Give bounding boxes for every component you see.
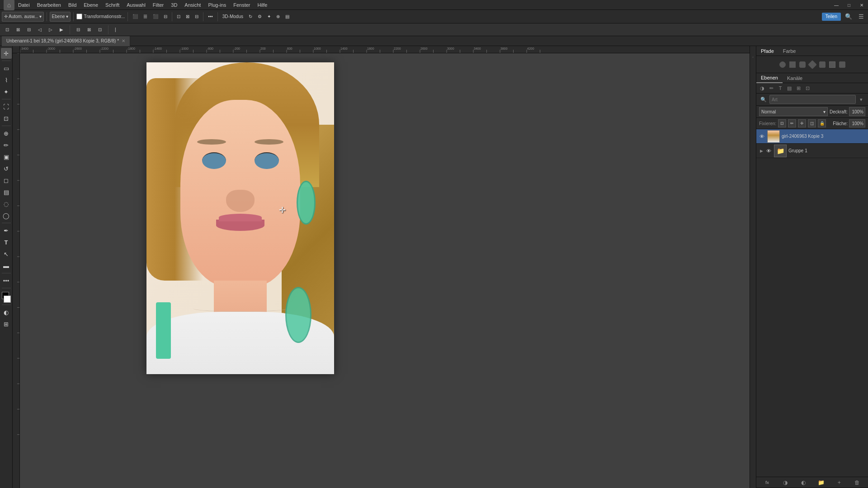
- collapse-button[interactable]: ‹: [750, 48, 756, 66]
- tab-farbe[interactable]: Farbe: [778, 46, 801, 56]
- blur-tool[interactable]: ◌: [1, 198, 12, 209]
- tool-selector[interactable]: ✛ Autom. ausw... ▾: [2, 12, 44, 22]
- add-group-bottom-btn[interactable]: 📁: [816, 478, 826, 487]
- 3d-mode-btn[interactable]: 3D-Modus: [221, 11, 245, 22]
- blend-mode-dropdown[interactable]: Normal ▾: [759, 107, 828, 116]
- selection-rect-tool[interactable]: ▭: [1, 63, 12, 74]
- menu-item-ebene[interactable]: Ebene: [80, 1, 102, 9]
- lock-artboard-btn[interactable]: ◫: [808, 119, 816, 127]
- delete-layer-bottom-btn[interactable]: 🗑: [853, 478, 862, 487]
- menu-item-fenster[interactable]: Fenster: [230, 1, 254, 9]
- path-circle-3[interactable]: [799, 61, 806, 68]
- path-circle-2[interactable]: [789, 61, 796, 68]
- stamp-tool[interactable]: ▣: [1, 151, 12, 162]
- add-mask-bottom-btn[interactable]: ◑: [781, 478, 790, 487]
- path-circle-1[interactable]: [779, 61, 786, 68]
- align-left-btn[interactable]: ⬛: [131, 11, 140, 22]
- quick-mask-btn[interactable]: ◐: [1, 307, 12, 318]
- canvas-area[interactable]: ✛: [13, 46, 750, 488]
- menu-item-hilfe[interactable]: Hilfe: [254, 1, 271, 9]
- layer-item[interactable]: 👁 girl-2406963 Kopie 3: [756, 129, 868, 144]
- screen-mode-btn[interactable]: ⊞: [1, 319, 12, 329]
- new-layer-bottom-btn[interactable]: +: [835, 478, 844, 487]
- menu-item-plug-ins[interactable]: Plug-ins: [204, 1, 230, 9]
- render-btn[interactable]: ▤: [283, 11, 291, 22]
- layer-search-input[interactable]: [769, 95, 856, 104]
- eraser-tool[interactable]: ◻: [1, 175, 12, 186]
- menu-item-auswahl[interactable]: Auswahl: [123, 1, 149, 9]
- move-tool[interactable]: ✛: [1, 48, 12, 59]
- align-middle-btn[interactable]: ⊠: [184, 11, 191, 22]
- color-swatches[interactable]: [1, 292, 12, 303]
- canvas-image-container[interactable]: ✛: [20, 53, 750, 488]
- align-right-btn[interactable]: ⬛: [151, 11, 160, 22]
- layer-item[interactable]: ▶ 👁 📁 Gruppe 1: [756, 144, 868, 158]
- align-hcenter-option[interactable]: ▷: [46, 25, 55, 35]
- new-adjustment-btn[interactable]: ✏: [767, 84, 775, 92]
- minimize-button[interactable]: —: [830, 0, 843, 10]
- tab-pfade[interactable]: Pfade: [756, 46, 778, 56]
- tab-kanaele[interactable]: Kanäle: [783, 73, 807, 83]
- menu-item-datei[interactable]: Datei: [14, 1, 33, 9]
- path-circle-5[interactable]: [819, 61, 826, 68]
- crop-tool[interactable]: ⛶: [1, 101, 12, 112]
- path-circle-4[interactable]: [808, 60, 817, 69]
- layer-group-btn[interactable]: ▤: [785, 84, 793, 92]
- menu-item-bild[interactable]: Bild: [65, 1, 80, 9]
- align-center-btn[interactable]: ☰: [142, 11, 149, 22]
- align-left-option[interactable]: ◁: [35, 25, 44, 35]
- close-button[interactable]: ✕: [855, 0, 868, 10]
- align-bottom-btn[interactable]: ⊟: [193, 11, 200, 22]
- fill-value[interactable]: 100%: [849, 119, 865, 127]
- menu-item-bearbeiten[interactable]: Bearbeiten: [33, 1, 65, 9]
- lock-all-btn[interactable]: 🔒: [818, 119, 826, 127]
- workspace-button[interactable]: ☰: [856, 12, 866, 22]
- new-fill-layer-btn[interactable]: ◑: [758, 84, 766, 92]
- document-canvas[interactable]: [146, 62, 334, 374]
- search-button[interactable]: 🔍: [844, 12, 854, 22]
- eyedropper-tool[interactable]: ⊡: [1, 113, 12, 124]
- shape-tool[interactable]: ▬: [1, 260, 12, 271]
- align-top-option[interactable]: ⊡: [3, 25, 12, 35]
- align-right-option[interactable]: ▶: [57, 25, 66, 35]
- lock-transparent-btn[interactable]: ⊡: [778, 119, 786, 127]
- align-vcenter-option[interactable]: ⊠: [14, 25, 23, 35]
- more-options[interactable]: |: [112, 25, 119, 35]
- dodge-tool[interactable]: ◯: [1, 210, 12, 221]
- dist-left-option[interactable]: ⊟: [74, 25, 83, 35]
- background-color[interactable]: [4, 296, 11, 303]
- tab-close-btn[interactable]: ✕: [122, 38, 125, 43]
- filter-icon[interactable]: ▾: [857, 95, 865, 103]
- lock-image-btn[interactable]: ✏: [788, 119, 796, 127]
- transform-checkbox[interactable]: [76, 14, 82, 19]
- gradient-tool[interactable]: ▤: [1, 187, 12, 197]
- menu-item-schrift[interactable]: Schrift: [102, 1, 123, 9]
- more-options-btn[interactable]: •••: [206, 11, 215, 22]
- opacity-value[interactable]: 100%: [849, 107, 865, 116]
- home-button[interactable]: ⌂: [4, 0, 14, 10]
- magic-wand-tool[interactable]: ✦: [1, 86, 12, 97]
- share-button[interactable]: Teilen: [822, 13, 841, 21]
- transform-3d-btn[interactable]: ⊕: [274, 11, 282, 22]
- add-style-btn[interactable]: fx: [763, 478, 772, 487]
- maximize-button[interactable]: □: [843, 0, 855, 10]
- layer-visibility-toggle[interactable]: 👁: [765, 147, 772, 155]
- more-tools-btn[interactable]: •••: [1, 275, 12, 286]
- link-layers-btn[interactable]: ⊞: [794, 84, 802, 92]
- path-select-tool[interactable]: ↖: [1, 249, 12, 259]
- path-circle-7[interactable]: [839, 61, 845, 68]
- dist-right-option[interactable]: ⊡: [95, 25, 104, 35]
- menu-item-3d[interactable]: 3D: [167, 1, 181, 9]
- refresh-btn[interactable]: ↻: [247, 11, 254, 22]
- add-mask-btn[interactable]: T: [776, 84, 784, 92]
- menu-item-ansicht[interactable]: Ansicht: [181, 1, 204, 9]
- layer-visibility-toggle[interactable]: 👁: [758, 133, 765, 140]
- light-btn[interactable]: ✦: [265, 11, 273, 22]
- tab-ebenen[interactable]: Ebenen: [756, 73, 783, 83]
- distribute-btn[interactable]: ⊟: [162, 11, 169, 22]
- brush-tool[interactable]: ✏: [1, 140, 12, 150]
- menu-item-filter[interactable]: Filter: [149, 1, 167, 9]
- group-expand-arrow[interactable]: ▶: [760, 149, 763, 153]
- heal-tool[interactable]: ⊕: [1, 128, 12, 139]
- document-tab[interactable]: Unbenannt-1 bei 18,2% (girl-2406963 Kopi…: [2, 36, 130, 46]
